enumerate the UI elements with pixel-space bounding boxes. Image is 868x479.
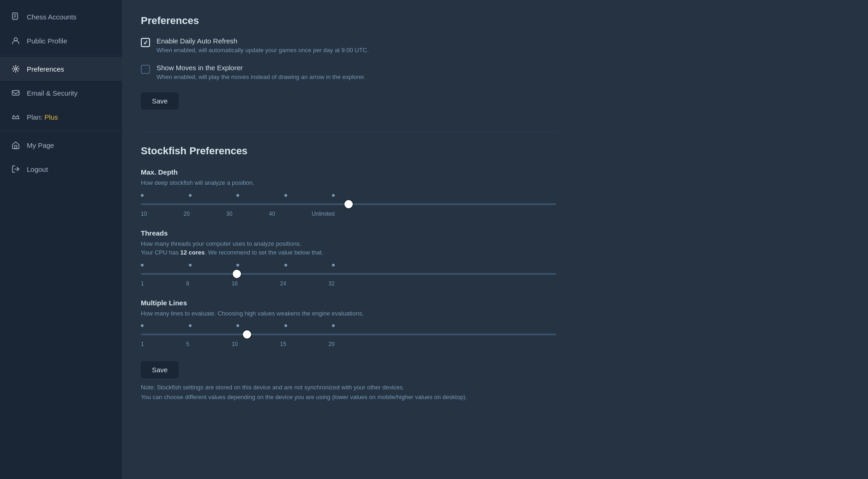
main-content: Preferences Enable Daily Auto Refresh Wh… (122, 0, 868, 479)
home-icon (11, 140, 20, 150)
ml-tick-15: 15 (280, 341, 286, 347)
crown-icon (11, 112, 20, 121)
sidebar-item-logout[interactable]: Logout (0, 157, 122, 181)
tick-40: 40 (269, 211, 275, 217)
tick-10: 10 (141, 211, 147, 217)
ml-dots (141, 324, 335, 327)
auto-refresh-row: Enable Daily Auto Refresh When enabled, … (141, 37, 556, 54)
ml-dot-2 (189, 324, 192, 327)
ml-tick-10: 10 (232, 341, 238, 347)
preferences-section: Preferences Enable Daily Auto Refresh Wh… (141, 15, 556, 122)
tick-30: 30 (226, 211, 232, 217)
threads-label: Threads (141, 229, 556, 237)
auto-refresh-label: Enable Daily Auto Refresh (157, 37, 369, 45)
multiple-lines-slider[interactable] (141, 333, 556, 335)
t-tick-24: 24 (280, 280, 286, 287)
sidebar-item-my-page[interactable]: My Page (0, 133, 122, 157)
stockfish-section: Stockfish Preferences Max. Depth How dee… (141, 145, 556, 415)
max-depth-group: Max. Depth How deep stockfish will analy… (141, 168, 556, 217)
threads-slider[interactable] (141, 273, 556, 275)
file-icon (11, 12, 20, 21)
auto-refresh-checkbox[interactable] (141, 38, 150, 47)
threads-ticks: 1 8 16 24 32 (141, 280, 335, 287)
multiple-lines-desc: How many lines to evaluate. Choosing hig… (141, 309, 556, 318)
section-divider (141, 132, 556, 132)
sidebar-label-logout: Logout (27, 165, 48, 173)
email-icon (11, 88, 20, 97)
logout-icon (11, 164, 20, 174)
t-tick-8: 8 (186, 280, 189, 287)
threads-dots (141, 264, 335, 267)
ml-dot-1 (141, 324, 144, 327)
show-moves-desc: When enabled, will play the moves instea… (157, 73, 365, 80)
auto-refresh-desc: When enabled, will automatically update … (157, 47, 369, 54)
sidebar-label-plan: Plan: Plus (27, 113, 58, 121)
ml-tick-5: 5 (186, 341, 189, 347)
show-moves-checkbox[interactable] (141, 65, 150, 74)
show-moves-label: Show Moves in the Explorer (157, 64, 365, 72)
ml-dot-4 (284, 324, 287, 327)
t-dot-2 (189, 264, 192, 267)
threads-desc-line1: How many threads your computer uses to a… (141, 240, 301, 247)
sidebar-label-preferences: Preferences (27, 65, 64, 73)
ml-dot-3 (236, 324, 239, 327)
t-tick-1: 1 (141, 280, 144, 287)
sidebar-label-my-page: My Page (27, 141, 54, 149)
stockfish-note: Note: Stockfish settings are stored on t… (141, 383, 519, 402)
ml-dot-5 (332, 324, 335, 327)
show-moves-label-group: Show Moves in the Explorer When enabled,… (157, 64, 365, 80)
threads-cpu-cores: 12 cores (181, 249, 205, 256)
threads-desc: How many threads your computer uses to a… (141, 239, 556, 257)
svg-point-5 (15, 68, 17, 70)
max-depth-label: Max. Depth (141, 168, 556, 176)
multiple-lines-group: Multiple Lines How many lines to evaluat… (141, 299, 556, 348)
max-depth-desc: How deep stockfish will analyze a positi… (141, 178, 556, 188)
max-depth-ticks: 10 20 30 40 Unlimited (141, 211, 335, 217)
plan-highlight: Plus (44, 113, 58, 121)
auto-refresh-label-group: Enable Daily Auto Refresh When enabled, … (157, 37, 369, 54)
sidebar-label-email-security: Email & Security (27, 89, 78, 97)
sidebar-divider-1 (0, 55, 122, 55)
threads-desc-post: . We recommend to set the value below th… (205, 249, 323, 256)
sidebar: Chess Accounts Public Profile Preference… (0, 0, 122, 479)
svg-rect-6 (12, 91, 19, 95)
threads-group: Threads How many threads your computer u… (141, 229, 556, 287)
dot-2 (189, 194, 192, 197)
ml-tick-1: 1 (141, 341, 144, 347)
preferences-save-button[interactable]: Save (141, 92, 179, 109)
sidebar-item-public-profile[interactable]: Public Profile (0, 29, 122, 53)
sidebar-label-chess-accounts: Chess Accounts (27, 13, 77, 21)
dot-4 (284, 194, 287, 197)
stockfish-save-button[interactable]: Save (141, 361, 179, 378)
sidebar-item-chess-accounts[interactable]: Chess Accounts (0, 5, 122, 29)
max-depth-slider[interactable] (141, 203, 556, 205)
dot-3 (236, 194, 239, 197)
stockfish-title: Stockfish Preferences (141, 145, 556, 157)
dot-1 (141, 194, 144, 197)
t-tick-16: 16 (232, 280, 238, 287)
t-dot-3 (236, 264, 239, 267)
ml-ticks: 1 5 10 15 20 (141, 341, 335, 347)
tick-20: 20 (183, 211, 189, 217)
ml-tick-20: 20 (329, 341, 335, 347)
t-dot-4 (284, 264, 287, 267)
sidebar-item-preferences[interactable]: Preferences (0, 57, 122, 81)
preferences-title: Preferences (141, 15, 556, 27)
tick-unlimited: Unlimited (312, 211, 335, 217)
sidebar-item-email-security[interactable]: Email & Security (0, 81, 122, 105)
multiple-lines-label: Multiple Lines (141, 299, 556, 307)
t-tick-32: 32 (329, 280, 335, 287)
sidebar-item-plan[interactable]: Plan: Plus (0, 105, 122, 129)
show-moves-row: Show Moves in the Explorer When enabled,… (141, 64, 556, 80)
max-depth-dots (141, 194, 335, 197)
t-dot-5 (332, 264, 335, 267)
svg-rect-7 (15, 146, 17, 148)
gear-icon (11, 64, 20, 73)
sidebar-divider-2 (0, 131, 122, 131)
t-dot-1 (141, 264, 144, 267)
user-icon (11, 36, 20, 45)
sidebar-label-public-profile: Public Profile (27, 37, 67, 45)
dot-5 (332, 194, 335, 197)
threads-desc-pre: Your CPU has (141, 249, 181, 256)
